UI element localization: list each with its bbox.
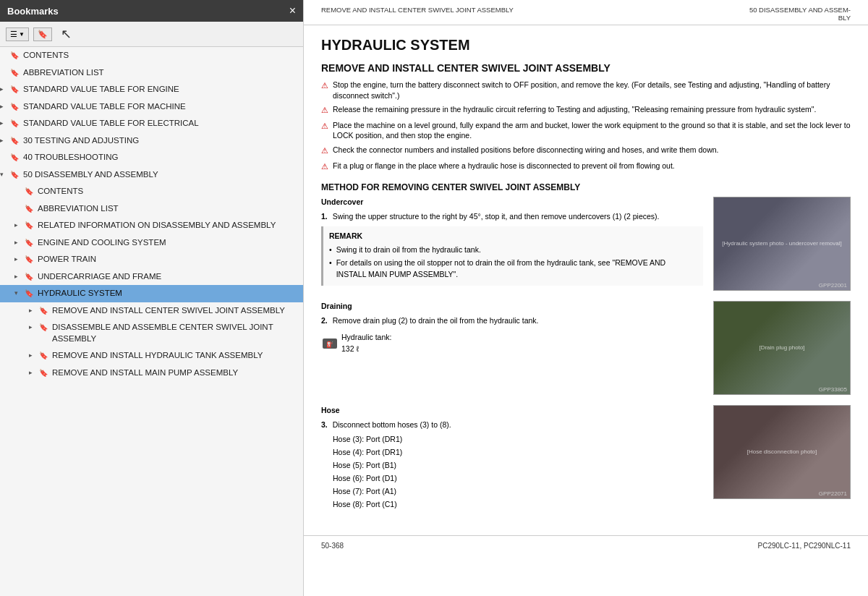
list-view-button[interactable]: ☰ ▼ bbox=[6, 27, 29, 41]
doc-header: REMOVE AND INSTALL CENTER SWIVEL JOINT A… bbox=[304, 0, 868, 25]
sidebar-item-label: 30 TESTING AND ADJUSTING bbox=[23, 135, 297, 147]
bookmark-icon: 🔖 bbox=[38, 30, 48, 39]
step-2-image: [Drain plug photo] GPP33805 bbox=[713, 301, 851, 395]
sidebar-item-std-machine[interactable]: ▸🔖STANDARD VALUE TABLE FOR MACHINE bbox=[0, 98, 303, 116]
sidebar-close-button[interactable]: × bbox=[289, 4, 296, 17]
step-1-remark: REMARK • Swing it to drain oil from the … bbox=[321, 226, 703, 286]
step-1-content: 1. Swing the upper structure to the righ… bbox=[321, 211, 703, 223]
sidebar-item-remove-hydraulic-tank[interactable]: ▸🔖REMOVE AND INSTALL HYDRAULIC TANK ASSE… bbox=[0, 347, 303, 365]
sidebar-item-related-info[interactable]: ▸🔖RELATED INFORMATION ON DISASSEMBLY AND… bbox=[0, 217, 303, 234]
sidebar-item-std-engine[interactable]: ▸🔖STANDARD VALUE TABLE FOR ENGINE bbox=[0, 81, 303, 98]
step-1-image-label: GPP22001 bbox=[819, 282, 847, 289]
sidebar-collapse-button[interactable]: ◀ bbox=[303, 284, 304, 312]
remark-text-2: For details on using the oil stopper not… bbox=[336, 257, 697, 281]
sidebar-item-testing[interactable]: ▸🔖30 TESTING AND ADJUSTING bbox=[0, 132, 303, 150]
sidebar-item-label: HYDRAULIC SYSTEM bbox=[38, 288, 297, 299]
bookmark-icon: 🔖 bbox=[39, 306, 49, 316]
bookmark-icon: 🔖 bbox=[39, 351, 49, 361]
sidebar-item-remove-main-pump[interactable]: ▸🔖REMOVE AND INSTALL MAIN PUMP ASSEMBLY bbox=[0, 365, 303, 382]
sidebar-item-disassemble-center-swivel[interactable]: ▸🔖DISASSEMBLE AND ASSEMBLE CENTER SWIVEL… bbox=[0, 319, 303, 347]
sidebar-item-abbrev-50[interactable]: 🔖ABBREVIATION LIST bbox=[0, 200, 303, 218]
drain-symbol-icon: ⛽ bbox=[321, 337, 339, 350]
warnings-list: ⚠Stop the engine, turn the battery disco… bbox=[321, 80, 851, 172]
chevron-icon: ▸ bbox=[0, 85, 10, 93]
sidebar-item-contents-50[interactable]: 🔖CONTENTS bbox=[0, 183, 303, 200]
step-2-image-overlay: [Drain plug photo] bbox=[756, 341, 807, 354]
sidebar-item-label: CONTENTS bbox=[38, 186, 297, 197]
bookmark-icon: 🔖 bbox=[25, 204, 35, 214]
doc-content: HYDRAULIC SYSTEM REMOVE AND INSTALL CENT… bbox=[304, 25, 868, 535]
step-2-image-label: GPP33805 bbox=[819, 386, 847, 393]
step-3-instruction: Disconnect bottom hoses (3) to (8). bbox=[333, 420, 451, 429]
warning-icon: ⚠ bbox=[321, 121, 328, 132]
hydraulic-info: Hydraulic tank: 132 ℓ bbox=[341, 332, 391, 355]
sidebar-item-label: ABBREVIATION LIST bbox=[23, 67, 297, 79]
step-1-num: 1. bbox=[321, 212, 328, 221]
sidebar-item-label: ABBREVIATION LIST bbox=[38, 203, 297, 215]
sidebar-item-label: STANDARD VALUE TABLE FOR ENGINE bbox=[23, 84, 297, 95]
chevron-icon: ▸ bbox=[14, 255, 25, 263]
sidebar-item-disassembly[interactable]: ▾🔖50 DISASSEMBLY AND ASSEMBLY bbox=[0, 166, 303, 184]
bookmark-icon: 🔖 bbox=[10, 68, 20, 78]
warning-text: Fit a plug or flange in the place where … bbox=[333, 161, 675, 171]
list-icon: ☰ bbox=[10, 30, 17, 39]
sidebar-item-std-electrical[interactable]: ▸🔖STANDARD VALUE TABLE FOR ELECTRICAL bbox=[0, 115, 303, 132]
bookmark-icon: 🔖 bbox=[25, 221, 35, 231]
sidebar-item-label: DISASSEMBLE AND ASSEMBLE CENTER SWIVEL J… bbox=[52, 322, 297, 344]
chevron-icon: ▸ bbox=[14, 238, 25, 247]
bookmark-icon: 🔖 bbox=[10, 136, 20, 146]
sidebar-item-contents-top[interactable]: 🔖CONTENTS bbox=[0, 47, 303, 64]
chevron-icon: ▾ bbox=[0, 170, 10, 179]
sidebar-item-label: 50 DISASSEMBLY AND ASSEMBLY bbox=[23, 169, 297, 181]
sidebar-item-label: REMOVE AND INSTALL CENTER SWIVEL JOINT A… bbox=[52, 305, 297, 317]
bookmark-icon: 🔖 bbox=[10, 170, 20, 180]
chevron-icon: ▸ bbox=[0, 136, 10, 145]
remark-title: REMARK bbox=[329, 231, 697, 242]
chevron-icon: ▸ bbox=[0, 102, 10, 111]
bookmark-icon: 🔖 bbox=[25, 272, 35, 282]
bookmark-button[interactable]: 🔖 bbox=[33, 27, 52, 41]
hose-item: Hose (8): Port (C1) bbox=[333, 498, 703, 511]
doc-header-left: REMOVE AND INSTALL CENTER SWIVEL JOINT A… bbox=[321, 6, 514, 22]
sidebar-item-undercarriage[interactable]: ▸🔖UNDERCARRIAGE AND FRAME bbox=[0, 268, 303, 286]
dropdown-icon: ▼ bbox=[19, 31, 25, 38]
sidebar-header: Bookmarks × bbox=[0, 0, 303, 22]
step-1-instruction: Swing the upper structure to the right b… bbox=[333, 212, 660, 221]
sidebar-title: Bookmarks bbox=[7, 6, 59, 17]
bullet-2: • bbox=[329, 257, 332, 281]
warning-text: Release the remaining pressure in the hy… bbox=[333, 104, 817, 115]
step-3-row: Hose 3. Disconnect bottom hoses (3) to (… bbox=[321, 405, 851, 511]
hose-item: Hose (7): Port (A1) bbox=[333, 485, 703, 498]
sidebar-item-label: CONTENTS bbox=[23, 50, 297, 61]
sidebar: Bookmarks × ☰ ▼ 🔖 ↖ 🔖CONTENTS🔖ABBREVIATI… bbox=[0, 0, 304, 596]
chevron-icon: ▾ bbox=[14, 289, 25, 297]
doc-header-right: 50 DISASSEMBLY AND ASSEM-BLY bbox=[749, 6, 851, 22]
chevron-icon: ▸ bbox=[29, 351, 39, 359]
step-1-image: [Hydraulic system photo - undercover rem… bbox=[713, 197, 851, 291]
bookmark-icon: 🔖 bbox=[10, 119, 20, 129]
sidebar-item-troubleshooting[interactable]: 🔖40 TROUBLESHOOTING bbox=[0, 149, 303, 166]
step-3-image: [Hose disconnection photo] GPP22071 bbox=[713, 405, 851, 499]
cursor-indicator: ↖ bbox=[61, 26, 72, 42]
warning-icon: ⚠ bbox=[321, 80, 328, 91]
step-2-section-label: Draining bbox=[321, 301, 703, 312]
sidebar-item-label: REMOVE AND INSTALL MAIN PUMP ASSEMBLY bbox=[52, 367, 297, 379]
bookmark-icon: 🔖 bbox=[25, 255, 35, 265]
hose-item: Hose (6): Port (D1) bbox=[333, 472, 703, 485]
remark-item-2: • For details on using the oil stopper n… bbox=[329, 257, 697, 281]
remark-item-1: • Swing it to drain oil from the hydraul… bbox=[329, 244, 697, 256]
footer-right: PC290LC-11, PC290NLC-11 bbox=[758, 542, 851, 550]
sidebar-item-remove-center-swivel[interactable]: ▸🔖REMOVE AND INSTALL CENTER SWIVEL JOINT… bbox=[0, 302, 303, 320]
sidebar-item-hydraulic[interactable]: ▾🔖HYDRAULIC SYSTEM bbox=[0, 285, 303, 302]
sidebar-item-abbreviation-top[interactable]: 🔖ABBREVIATION LIST bbox=[0, 64, 303, 82]
hose-item: Hose (3): Port (DR1) bbox=[333, 433, 703, 446]
sidebar-item-power-train[interactable]: ▸🔖POWER TRAIN bbox=[0, 251, 303, 268]
step-1-image-overlay: [Hydraulic system photo - undercover rem… bbox=[719, 237, 844, 250]
hydraulic-value: 132 ℓ bbox=[341, 344, 391, 355]
hose-item: Hose (4): Port (DR1) bbox=[333, 446, 703, 459]
sidebar-item-engine-cooling[interactable]: ▸🔖ENGINE AND COOLING SYSTEM bbox=[0, 234, 303, 252]
warning-item: ⚠Release the remaining pressure in the h… bbox=[321, 104, 851, 116]
sidebar-toolbar: ☰ ▼ 🔖 ↖ bbox=[0, 22, 303, 47]
method-section: METHOD FOR REMOVING CENTER SWIVEL JOINT … bbox=[321, 182, 851, 511]
chevron-icon: ▸ bbox=[29, 323, 39, 331]
